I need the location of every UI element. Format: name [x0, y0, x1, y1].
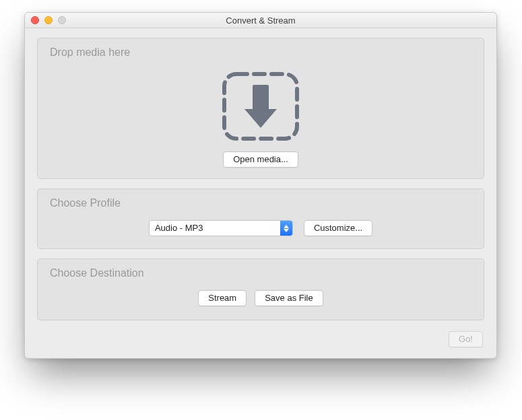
footer: Go! — [37, 330, 484, 347]
profile-select-value: Audio - MP3 — [150, 221, 280, 236]
choose-profile-title: Choose Profile — [50, 197, 473, 209]
drop-media-panel: Drop media here Open media... — [37, 38, 484, 179]
close-window-button[interactable] — [31, 16, 39, 24]
svg-marker-2 — [244, 109, 277, 128]
window-content: Drop media here Open media... — [25, 28, 496, 358]
choose-profile-panel: Choose Profile Audio - MP3 Customize... — [37, 188, 484, 249]
customize-profile-button[interactable]: Customize... — [304, 220, 372, 236]
convert-stream-window: Convert & Stream Drop media here — [24, 12, 497, 359]
svg-marker-4 — [284, 229, 289, 232]
svg-marker-3 — [284, 225, 289, 228]
window-title: Convert & Stream — [25, 15, 496, 26]
save-as-file-button[interactable]: Save as File — [255, 290, 323, 306]
drop-target-graphic — [220, 69, 301, 143]
drop-zone[interactable]: Open media... — [48, 65, 473, 168]
profile-select[interactable]: Audio - MP3 — [149, 220, 293, 236]
stream-button[interactable]: Stream — [198, 290, 247, 306]
download-arrow-icon — [220, 70, 301, 143]
minimize-window-button[interactable] — [44, 16, 53, 24]
open-media-button[interactable]: Open media... — [223, 151, 298, 168]
svg-rect-1 — [253, 85, 269, 110]
drop-media-title: Drop media here — [50, 46, 473, 59]
window-controls — [25, 16, 66, 24]
titlebar: Convert & Stream — [25, 13, 496, 28]
choose-destination-panel: Choose Destination Stream Save as File — [37, 258, 484, 320]
updown-chevron-icon — [280, 221, 292, 236]
choose-destination-title: Choose Destination — [50, 267, 473, 279]
go-button[interactable]: Go! — [449, 331, 483, 347]
zoom-window-button[interactable] — [58, 16, 66, 24]
